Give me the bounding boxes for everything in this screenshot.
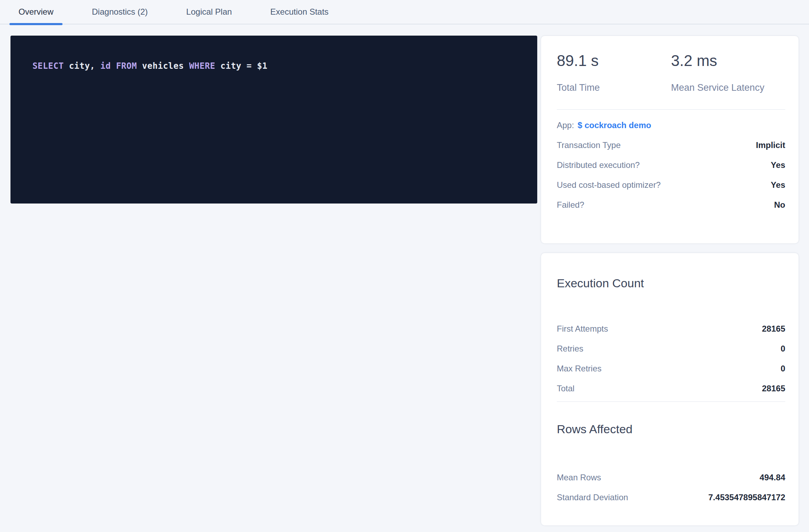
distributed-execution-row: Distributed execution? Yes (557, 155, 785, 175)
app-label: App: (557, 120, 574, 130)
retries-value: 0 (781, 344, 785, 354)
cost-based-optimizer-row: Used cost-based optimizer? Yes (557, 175, 785, 195)
total-row: Total 28165 (557, 378, 785, 398)
mean-rows-label: Mean Rows (557, 473, 601, 482)
standard-deviation-row: Standard Deviation 7.453547895847172 (557, 487, 785, 507)
tab-diagnostics[interactable]: Diagnostics (2) (83, 0, 157, 24)
total-time-value: 89.1 s (557, 52, 671, 69)
first-attempts-value: 28165 (762, 324, 785, 334)
summary-divider (557, 109, 785, 110)
failed-row: Failed? No (557, 195, 785, 215)
max-retries-label: Max Retries (557, 364, 602, 374)
cost-based-optimizer-label: Used cost-based optimizer? (557, 180, 661, 190)
distributed-execution-label: Distributed execution? (557, 160, 640, 170)
transaction-type-label: Transaction Type (557, 140, 621, 150)
mean-rows-value: 494.84 (760, 473, 785, 482)
summary-metrics: 89.1 s Total Time 3.2 ms Mean Service La… (557, 52, 785, 93)
sql-text: city = $1 (215, 61, 268, 71)
first-attempts-label: First Attempts (557, 324, 608, 334)
sql-keyword: FROM (116, 61, 137, 71)
rows-affected-title: Rows Affected (557, 422, 785, 436)
transaction-type-value: Implicit (756, 140, 785, 150)
sql-statement-box: SELECT city, id FROM vehicles WHERE city… (10, 36, 537, 204)
sql-text: city, (64, 61, 101, 71)
statement-tabs: Overview Diagnostics (2) Logical Plan Ex… (0, 0, 809, 24)
total-time-label: Total Time (557, 82, 671, 93)
standard-deviation-value: 7.453547895847172 (708, 493, 785, 502)
sql-keyword: WHERE (189, 61, 215, 71)
rows-affected-rows: Mean Rows 494.84 Standard Deviation 7.45… (557, 467, 785, 507)
tab-logical-plan[interactable]: Logical Plan (177, 0, 241, 24)
mean-rows-row: Mean Rows 494.84 (557, 467, 785, 487)
first-attempts-row: First Attempts 28165 (557, 319, 785, 339)
failed-value: No (774, 200, 785, 210)
tab-execution-stats[interactable]: Execution Stats (261, 0, 338, 24)
summary-rows: App: $ cockroach demo Transaction Type I… (557, 115, 785, 215)
app-row: App: $ cockroach demo (557, 115, 785, 135)
sql-keyword: id (100, 61, 111, 71)
app-link[interactable]: $ cockroach demo (577, 120, 651, 130)
execution-count-rows: First Attempts 28165 Retries 0 Max Retri… (557, 319, 785, 398)
metric-mean-service-latency: 3.2 ms Mean Service Latency (671, 52, 785, 93)
execution-count-title: Execution Count (557, 276, 785, 290)
statement-summary-card: 89.1 s Total Time 3.2 ms Mean Service La… (541, 36, 799, 243)
sql-text: vehicles (137, 61, 189, 71)
sql-keyword: SELECT (32, 61, 64, 71)
max-retries-row: Max Retries 0 (557, 359, 785, 378)
sql-text (111, 61, 116, 71)
retries-row: Retries 0 (557, 339, 785, 359)
failed-label: Failed? (557, 200, 584, 210)
cost-based-optimizer-value: Yes (771, 180, 785, 190)
tab-overview[interactable]: Overview (9, 0, 63, 24)
total-label: Total (557, 384, 575, 393)
transaction-type-row: Transaction Type Implicit (557, 135, 785, 155)
distributed-execution-value: Yes (771, 160, 785, 170)
mean-service-latency-value: 3.2 ms (671, 52, 785, 69)
retries-label: Retries (557, 344, 583, 354)
max-retries-value: 0 (781, 364, 785, 374)
total-value: 28165 (762, 384, 785, 393)
stats-divider (557, 401, 785, 402)
statement-stats-card: Execution Count First Attempts 28165 Ret… (541, 253, 799, 525)
standard-deviation-label: Standard Deviation (557, 493, 628, 502)
mean-service-latency-label: Mean Service Latency (671, 82, 785, 93)
metric-total-time: 89.1 s Total Time (557, 52, 671, 93)
